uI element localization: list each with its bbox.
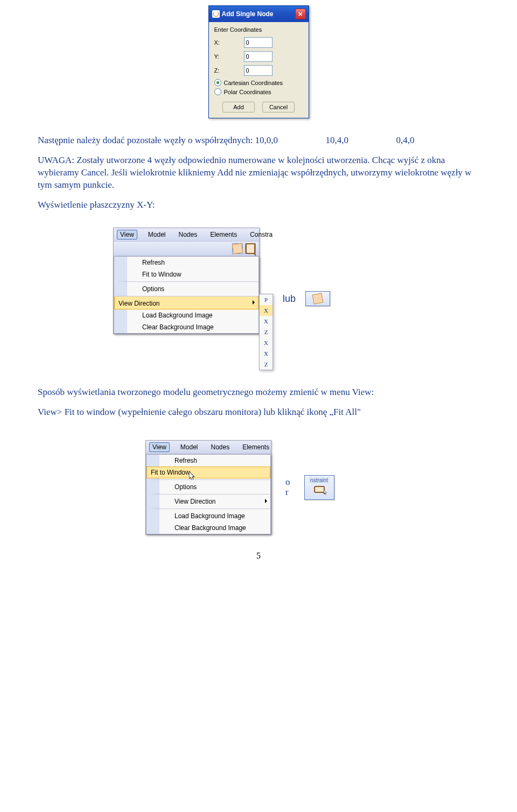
paragraph: View> Fit to window (wypełnienie całego … (38, 406, 479, 419)
menu-item-options[interactable]: Options (114, 281, 258, 295)
cancel-button[interactable]: Cancel (262, 102, 295, 112)
menubar-item-elements[interactable]: Elements (240, 442, 271, 452)
menu-item-label: View Direction (174, 498, 215, 505)
text-fragment: o (285, 477, 290, 487)
view-dropdown: Refresh Fit to Window Options View Direc… (114, 256, 259, 334)
menubar-item-model[interactable]: Model (178, 442, 200, 452)
menubar: View Model Nodes Elements Constra (114, 228, 259, 242)
menu-item-refresh[interactable]: Refresh (114, 257, 258, 269)
chevron-right-icon (265, 499, 267, 503)
menubar-item-view[interactable]: View (117, 230, 137, 239)
enter-coordinates-label: Enter Coordinates (214, 26, 303, 33)
menubar: View Model Nodes Elements (146, 441, 271, 454)
view-direction-toolbar-icon[interactable] (305, 291, 330, 306)
menu-item-label: Fit to Window (151, 469, 190, 476)
view-menu-screenshot: View Model Nodes Elements Constra Refres… (113, 228, 260, 334)
submenu-item[interactable]: X (260, 348, 273, 359)
page-number: 5 (38, 551, 479, 561)
submenu-item[interactable]: Z (260, 327, 273, 337)
lub-label: lub (283, 293, 296, 305)
text-fragment: 10,4,0 (326, 135, 349, 145)
menubar-item-model[interactable]: Model (146, 230, 168, 239)
menubar-item-elements[interactable]: Elements (208, 230, 239, 239)
cursor-icon (323, 490, 329, 495)
y-input[interactable] (244, 51, 273, 62)
text-fragment: r (285, 487, 289, 497)
menu-item-load-background[interactable]: Load Background Image (114, 309, 258, 321)
paragraph: Następnie należy dodać pozostałe węzły o… (38, 135, 479, 147)
z-label: Z: (214, 67, 228, 74)
y-label: Y: (214, 53, 228, 60)
fit-all-toolbar-icon[interactable]: nstraint (304, 475, 334, 500)
submenu-item[interactable]: X (260, 337, 273, 348)
menubar-item-view[interactable]: View (149, 442, 170, 452)
paragraph: UWAGA: Zostały utworzone 4 węzły odpowie… (38, 154, 479, 192)
toolbar-magnify-icon[interactable] (245, 243, 256, 254)
close-icon[interactable]: ✕ (295, 9, 306, 19)
toolbar-cube-icon[interactable] (232, 243, 243, 254)
cartesian-label: Cartesian Coordinates (224, 80, 283, 86)
add-button[interactable]: Add (222, 102, 255, 112)
cartesian-radio-row[interactable]: Cartesian Coordinates (214, 79, 303, 86)
java-icon (212, 10, 220, 18)
radio-icon (214, 88, 221, 95)
x-input[interactable] (244, 37, 273, 48)
menu-item-load-background[interactable]: Load Background Image (146, 509, 270, 522)
menu-item-clear-background[interactable]: Clear Background Image (146, 522, 270, 534)
view-dropdown: Refresh Fit to Window Options View Direc… (146, 454, 271, 534)
menu-item-view-direction[interactable]: View Direction (114, 296, 258, 309)
submenu-item[interactable]: P (260, 294, 273, 305)
menu-item-options[interactable]: Options (146, 479, 270, 493)
radio-icon (214, 79, 221, 86)
menu-item-clear-background[interactable]: Clear Background Image (114, 321, 258, 333)
submenu-item[interactable]: Z (260, 359, 273, 370)
dialog-title: Add Single Node (222, 10, 295, 18)
menu-item-refresh[interactable]: Refresh (146, 455, 270, 467)
menubar-item-constraints[interactable]: Constra (248, 230, 275, 239)
text-fragment: Następnie należy dodać pozostałe węzły o… (38, 135, 278, 145)
chevron-right-icon (253, 300, 255, 305)
polar-label: Polar Coordinates (224, 89, 271, 95)
z-input[interactable] (244, 65, 273, 76)
menu-item-label: View Direction (118, 300, 159, 307)
menubar-item-nodes[interactable]: Nodes (208, 442, 232, 452)
menu-item-fit-to-window[interactable]: Fit to Window (146, 467, 270, 478)
dialog-titlebar[interactable]: Add Single Node ✕ (209, 6, 309, 22)
add-single-node-dialog: Add Single Node ✕ Enter Coordinates X: Y… (208, 5, 309, 118)
x-label: X: (214, 39, 228, 46)
menu-item-fit-to-window[interactable]: Fit to Window (114, 269, 258, 280)
constraint-fragment-label: nstraint (309, 477, 330, 484)
menubar-item-nodes[interactable]: Nodes (176, 230, 199, 239)
paragraph: Wyświetlenie płaszczyzny X-Y: (38, 199, 479, 211)
view-direction-submenu: P X X Z X X Z (259, 294, 273, 370)
cube-icon (312, 293, 324, 305)
or-label: o r (285, 477, 290, 497)
text-fragment: 0,4,0 (396, 135, 415, 145)
paragraph: Sposób wyświetlania tworzonego modelu ge… (38, 386, 479, 399)
menu-item-view-direction[interactable]: View Direction (146, 494, 270, 507)
submenu-item[interactable]: X (260, 305, 273, 316)
view-menu-screenshot-2: View Model Nodes Elements Refresh Fit to… (145, 440, 271, 535)
submenu-item[interactable]: X (260, 316, 273, 327)
polar-radio-row[interactable]: Polar Coordinates (214, 88, 303, 95)
